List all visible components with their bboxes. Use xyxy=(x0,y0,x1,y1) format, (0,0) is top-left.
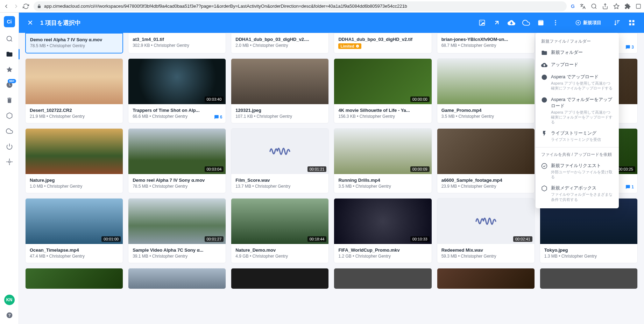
target-icon[interactable] xyxy=(6,158,13,166)
file-meta: 302.9 KB • Christopher Gentry xyxy=(133,43,221,48)
file-card[interactable]: a6600_Sample_footage.mp423.9 MB • Christ… xyxy=(437,128,535,193)
user-avatar[interactable]: KN xyxy=(4,295,15,305)
extensions-icon[interactable] xyxy=(624,3,631,9)
dropdown-new-folder[interactable]: 新規フォルダー xyxy=(536,46,619,59)
box-icon[interactable] xyxy=(6,112,13,120)
dropdown-aspera-folder[interactable]: Aspera でフォルダーをアップロードAspera アプリを使用して高速かつ確… xyxy=(536,94,619,128)
file-card[interactable] xyxy=(540,268,638,289)
close-selection[interactable]: ✕ xyxy=(27,19,33,27)
share-action-icon[interactable] xyxy=(493,19,501,27)
grid-view-icon[interactable] xyxy=(628,19,636,27)
file-card[interactable]: Nature.jpeg1.0 MB • Christopher Gentry xyxy=(25,128,123,193)
file-card[interactable] xyxy=(334,268,432,289)
dropdown-upload[interactable]: アップロード xyxy=(536,59,619,71)
file-card[interactable]: 00:10:33FIFA_WorldCup_Promo.mkv1.2 GB • … xyxy=(334,198,432,263)
star-nav-icon[interactable] xyxy=(6,66,13,73)
image-action-icon[interactable] xyxy=(478,19,486,27)
file-name: Game_Promo.mp4 xyxy=(441,108,530,113)
archive-icon[interactable] xyxy=(537,19,545,27)
help-icon[interactable]: ? xyxy=(6,311,13,319)
app-logo[interactable]: Ci xyxy=(4,16,15,27)
file-card[interactable]: 00:03:04Demo reel Alpha 7 IV Sony α.mov7… xyxy=(128,128,226,193)
file-card[interactable] xyxy=(437,268,535,289)
trash-icon[interactable] xyxy=(6,96,13,104)
comment-badge[interactable]: 3 xyxy=(625,45,634,50)
file-thumbnail: 00:10:33 xyxy=(334,199,431,244)
upload-cloud-icon xyxy=(541,62,547,68)
back-button[interactable] xyxy=(3,3,10,10)
duration-badge: 00:18:44 xyxy=(307,236,327,242)
file-card[interactable]: DDHA1_dub_bpo_03_digHD_v2....2.0 MB • Ch… xyxy=(231,33,329,53)
dropdown-live-stream[interactable]: ライブストリーミングライブストリーミングを受信 xyxy=(536,127,619,145)
file-name: Sample Video Alpha 7C Sony α... xyxy=(133,247,221,253)
file-card[interactable]: at3_1m4_01.tif302.9 KB • Christopher Gen… xyxy=(128,33,226,53)
comment-badge[interactable]: 1 xyxy=(625,185,634,189)
new-item-label: 新規項目 xyxy=(583,20,601,26)
file-card[interactable]: 00:02:41Redeemed Mix.wav59.3 MB • Christ… xyxy=(437,198,535,263)
file-card[interactable]: 00:18:44Nature_Demo.mov4.9 GB • Christop… xyxy=(231,198,329,263)
file-card[interactable]: Demo reel Alpha 7 IV Sony α.mov78.5 MB •… xyxy=(25,33,123,53)
file-meta: 2.0 MB • Christopher Gentry xyxy=(235,43,324,48)
svg-point-2 xyxy=(7,36,11,41)
file-meta: 78.5 MB • Christopher Gentry xyxy=(30,43,118,48)
new-item-button[interactable]: 新規項目 xyxy=(571,17,606,29)
file-thumbnail: 00:00:09 xyxy=(334,129,431,174)
star-icon[interactable] xyxy=(613,3,620,9)
file-thumbnail xyxy=(231,268,328,289)
more-icon[interactable] xyxy=(552,19,559,27)
search-icon[interactable] xyxy=(6,35,13,43)
cloud-icon[interactable] xyxy=(6,127,13,135)
cloud-action-icon[interactable] xyxy=(522,19,530,27)
folder-icon[interactable] xyxy=(6,50,13,58)
svg-point-19 xyxy=(542,75,547,80)
file-card[interactable]: Desert_102722.CR221.9 MB • Christopher G… xyxy=(25,58,123,123)
file-card[interactable]: 00:01:27Sample Video Alpha 7C Sony α...3… xyxy=(128,198,226,263)
file-meta: 1.2 GB • Christopher Gentry xyxy=(338,254,427,259)
file-meta: 1.3 MB • Christopher Gentry xyxy=(544,254,633,259)
dropdown-separator xyxy=(536,147,619,147)
file-thumbnail: 00:01:27 xyxy=(128,199,226,244)
translate-icon[interactable] xyxy=(580,3,586,9)
file-name: Tokyo.jpeg xyxy=(544,247,633,253)
dropdown-aspera-upload[interactable]: Aspera でアップロードAspera アプリを使用して高速かつ確実にファイル… xyxy=(536,71,619,94)
duration-badge: 00:03:04 xyxy=(205,166,224,172)
clock-icon[interactable]: 99+ xyxy=(6,81,13,89)
file-thumbnail xyxy=(437,268,535,289)
file-name: Demo reel Alpha 7 IV Sony α.mov xyxy=(30,37,118,42)
file-name: Film_Score.wav xyxy=(235,178,324,183)
file-card[interactable]: Game_Promo.mp43.5 MB • Christopher Gentr… xyxy=(437,58,535,123)
duration-badge: 00:01:21 xyxy=(307,166,327,172)
sort-icon[interactable] xyxy=(613,19,621,27)
file-meta: 3.5 MB • Christopher Gentry xyxy=(441,114,530,119)
download-cloud-icon[interactable] xyxy=(508,19,515,27)
file-card[interactable] xyxy=(231,268,329,289)
forward-button[interactable] xyxy=(13,3,20,10)
dropdown-mediabox[interactable]: 新規メディアボックスファイルやフォルダーをさまざまな条件で共有する xyxy=(536,182,619,205)
duration-badge: 00:02:41 xyxy=(513,236,532,242)
file-card[interactable] xyxy=(25,268,123,289)
dropdown-file-request[interactable]: 新規ファイルリクエスト外部ユーザーからファイルを受け取る xyxy=(536,160,619,182)
file-card[interactable]: DDHA1_dub_bpo_03_digHD_v2.tifLimited i xyxy=(334,33,432,53)
reload-button[interactable] xyxy=(22,3,29,10)
file-card[interactable]: 00:03:40Trappers of Time Shot on Alp...6… xyxy=(128,58,226,123)
url-bar[interactable]: app.cimediacloud.com/ci/#/workspaces/947… xyxy=(34,1,567,11)
notification-badge: 99+ xyxy=(8,79,16,83)
file-card[interactable]: 00:01:00Ocean_Timelapse.mp447.4 MB • Chr… xyxy=(25,198,123,263)
chrome-toolbar-right: G xyxy=(571,3,641,9)
file-card[interactable]: 00:00:004K movie Silhouette of Life - Ya… xyxy=(334,58,432,123)
comment-badge[interactable]: 6 xyxy=(214,115,222,120)
file-name: FIFA_WorldCup_Promo.mkv xyxy=(338,247,427,253)
zoom-icon[interactable] xyxy=(591,3,597,9)
file-card[interactable]: 00:01:21Film_Score.wav13.7 MB • Christop… xyxy=(231,128,329,193)
share-icon[interactable] xyxy=(602,3,608,9)
selection-header: ✕ 1 項目を選択中 新規項目 xyxy=(19,13,644,33)
file-card[interactable]: 120321.jpeg107.1 KB • Christopher Gentry xyxy=(231,58,329,123)
power-icon[interactable] xyxy=(6,143,13,150)
dropdown-section-title: 新規ファイル / フォルダー xyxy=(536,36,619,46)
file-meta: 78.5 MB • Christopher Gentry xyxy=(133,184,221,189)
window-icon[interactable] xyxy=(636,3,641,9)
file-card[interactable]: brian-jones-YBlcnXfv9OM-un...68.7 MB • C… xyxy=(437,33,535,53)
file-card[interactable]: 00:00:09Running Drills.mp43.5 MB • Chris… xyxy=(334,128,432,193)
google-icon[interactable]: G xyxy=(571,3,575,9)
file-card[interactable] xyxy=(128,268,226,289)
